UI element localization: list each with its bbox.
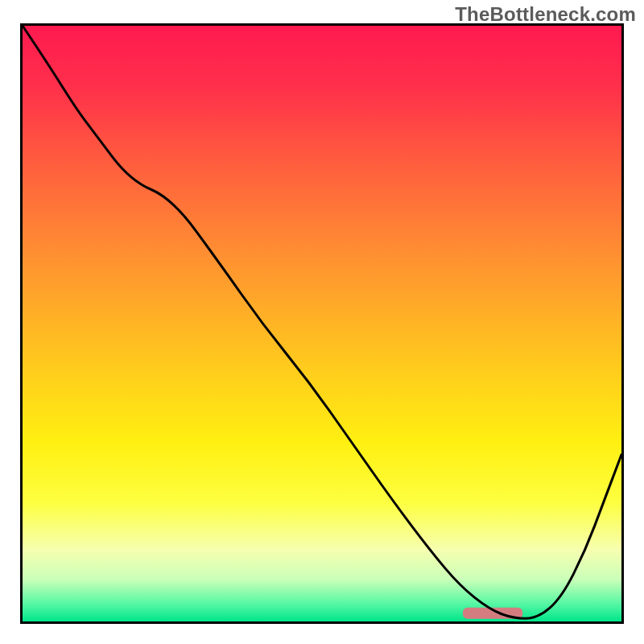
plot-background	[23, 26, 621, 621]
watermark-text: TheBottleneck.com	[455, 3, 636, 26]
bottleneck-chart	[0, 0, 644, 644]
chart-container: TheBottleneck.com	[0, 0, 644, 644]
